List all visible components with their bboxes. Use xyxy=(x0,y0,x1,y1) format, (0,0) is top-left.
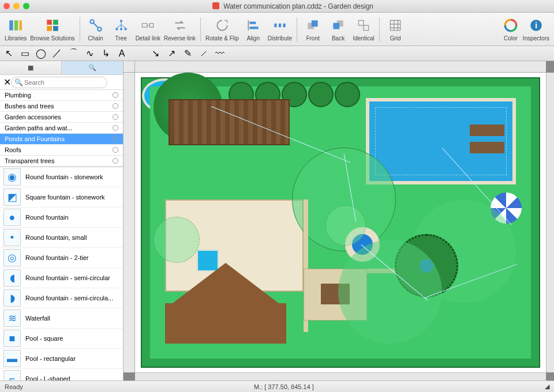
line-tool[interactable]: ／ xyxy=(52,48,62,59)
align-icon xyxy=(245,17,261,33)
color-icon xyxy=(503,17,519,33)
align-button[interactable]: Align xyxy=(242,17,264,42)
content-area: ▦ 🔍 ✕ 🔍 PlumbingBushes and treesGarden a… xyxy=(0,61,554,380)
transparent-tree-shape[interactable] xyxy=(154,217,200,263)
planting-circle-shape[interactable] xyxy=(338,240,442,344)
shape-item[interactable]: ◗Round fountain - semi-circula... xyxy=(0,288,123,308)
inspectors-button[interactable]: iInspectors xyxy=(523,17,549,42)
ruler-vertical[interactable] xyxy=(123,73,135,372)
arc-tool[interactable]: ⌒ xyxy=(68,48,78,59)
category-item[interactable]: Plumbing xyxy=(0,90,123,101)
svg-rect-3 xyxy=(47,20,52,25)
freehand-tool[interactable]: 〰 xyxy=(215,48,225,59)
shape-thumbnail: ▬ xyxy=(3,350,21,367)
color-button[interactable]: Color xyxy=(500,17,522,42)
browse-solutions-button[interactable]: Browse Solutions xyxy=(30,17,74,42)
svg-rect-19 xyxy=(249,27,258,29)
shape-item[interactable]: ⌐Pool - L-shaped xyxy=(0,369,123,380)
svg-rect-15 xyxy=(150,23,154,27)
shape-item[interactable]: •Round fountain, small xyxy=(0,228,123,248)
shape-thumbnail: • xyxy=(3,229,21,246)
close-window-button[interactable] xyxy=(3,3,10,9)
svg-rect-14 xyxy=(143,23,148,27)
category-item[interactable]: Transparent trees xyxy=(0,156,123,167)
front-icon xyxy=(305,17,321,33)
reverse-link-button[interactable]: Reverse link xyxy=(164,17,196,42)
svg-point-11 xyxy=(115,28,118,30)
shape-thumbnail: ◉ xyxy=(3,168,21,186)
category-label: Transparent trees xyxy=(5,157,54,164)
lounger-shape[interactable] xyxy=(470,142,504,153)
shape-item[interactable]: ●Round fountain xyxy=(0,208,123,228)
svg-rect-22 xyxy=(283,23,285,27)
svg-point-10 xyxy=(119,20,122,22)
arrow-tool-1[interactable]: ↘ xyxy=(150,48,160,59)
transparent-tree-shape[interactable] xyxy=(325,205,366,246)
search-input[interactable] xyxy=(11,77,107,88)
pool-shape[interactable] xyxy=(366,98,516,184)
drawing-canvas[interactable] xyxy=(135,73,546,372)
shape-label: Pool - L-shaped xyxy=(25,375,70,380)
roof-shape[interactable] xyxy=(165,257,286,344)
category-item[interactable]: Garden accessories xyxy=(0,112,123,123)
shape-item[interactable]: ≋Waterfall xyxy=(0,308,123,329)
back-button[interactable]: Back xyxy=(327,17,349,42)
status-resize-grip[interactable]: ◢ xyxy=(545,383,549,390)
svg-rect-1 xyxy=(14,20,18,30)
minimize-window-button[interactable] xyxy=(13,3,20,9)
sidebar-tab-shapes[interactable]: ▦ xyxy=(0,61,62,74)
toolbar-separator xyxy=(200,17,201,42)
shape-item[interactable]: ■Pool - square xyxy=(0,329,123,349)
svg-point-13 xyxy=(124,28,126,30)
ruler-horizontal[interactable] xyxy=(135,61,546,73)
category-item[interactable]: Bushes and trees xyxy=(0,101,123,112)
scrollbar-vertical[interactable] xyxy=(546,73,554,372)
ruler-corner xyxy=(123,61,135,73)
spline-tool[interactable]: ∿ xyxy=(84,48,95,59)
arrow-tool-2[interactable]: ↗ xyxy=(166,48,177,59)
shape-item[interactable]: ◉Round fountain - stonework xyxy=(0,167,123,187)
text-tool[interactable]: A xyxy=(117,48,127,59)
zoom-window-button[interactable] xyxy=(23,3,29,9)
scrollbar-horizontal[interactable] xyxy=(135,372,546,380)
grid-button[interactable]: Grid xyxy=(384,17,406,42)
libraries-button[interactable]: Libraries xyxy=(5,17,27,42)
shape-thumbnail: ● xyxy=(3,209,21,226)
toolbar-separator xyxy=(297,17,297,42)
front-button[interactable]: Front xyxy=(302,17,324,42)
lounger-shape[interactable] xyxy=(470,125,504,136)
connector-tool[interactable]: ↳ xyxy=(100,48,111,59)
rotate-flip-button[interactable]: Rotate & Flip xyxy=(205,17,239,42)
category-item[interactable]: Ponds and Fountains xyxy=(0,134,123,145)
ellipse-tool[interactable]: ◯ xyxy=(36,48,46,59)
main-toolbar: Libraries Browse Solutions Chain Tree De… xyxy=(0,13,554,46)
svg-rect-20 xyxy=(274,23,276,27)
shape-item[interactable]: ▬Pool - rectangular xyxy=(0,349,123,369)
distribute-button[interactable]: Distribute xyxy=(268,17,292,42)
chain-button[interactable]: Chain xyxy=(85,17,107,42)
libraries-icon xyxy=(8,17,24,33)
search-clear-button[interactable]: ✕ xyxy=(3,77,11,88)
category-toggle-icon xyxy=(113,114,118,120)
bezier-tool[interactable]: ✎ xyxy=(182,48,193,59)
shape-item[interactable]: ◖Round fountain - semi-circular xyxy=(0,268,123,288)
rect-tool[interactable]: ▭ xyxy=(20,48,30,59)
sidebar-tab-search[interactable]: 🔍 xyxy=(62,61,123,74)
category-label: Bushes and trees xyxy=(5,103,54,110)
detail-link-button[interactable]: Detail link xyxy=(136,17,160,42)
rotate-icon xyxy=(214,17,230,33)
svg-rect-28 xyxy=(364,25,369,31)
category-item[interactable]: Garden paths and wat... xyxy=(0,123,123,134)
detail-link-icon xyxy=(140,17,156,33)
identical-button[interactable]: Identical xyxy=(353,17,375,42)
shape-item[interactable]: ◩Square fountain - stonework xyxy=(0,187,123,208)
category-item[interactable]: Roofs xyxy=(0,145,123,156)
polyline-tool[interactable]: ⟋ xyxy=(199,48,209,59)
deck-shape[interactable] xyxy=(169,99,290,145)
sidebar-tabs: ▦ 🔍 xyxy=(0,61,123,75)
shape-item[interactable]: ◎Round fountain - 2-tier xyxy=(0,248,123,268)
inspectors-icon: i xyxy=(528,17,544,33)
garden-plan[interactable] xyxy=(141,77,540,368)
tree-button[interactable]: Tree xyxy=(110,17,132,42)
pointer-tool[interactable]: ↖ xyxy=(3,48,14,59)
